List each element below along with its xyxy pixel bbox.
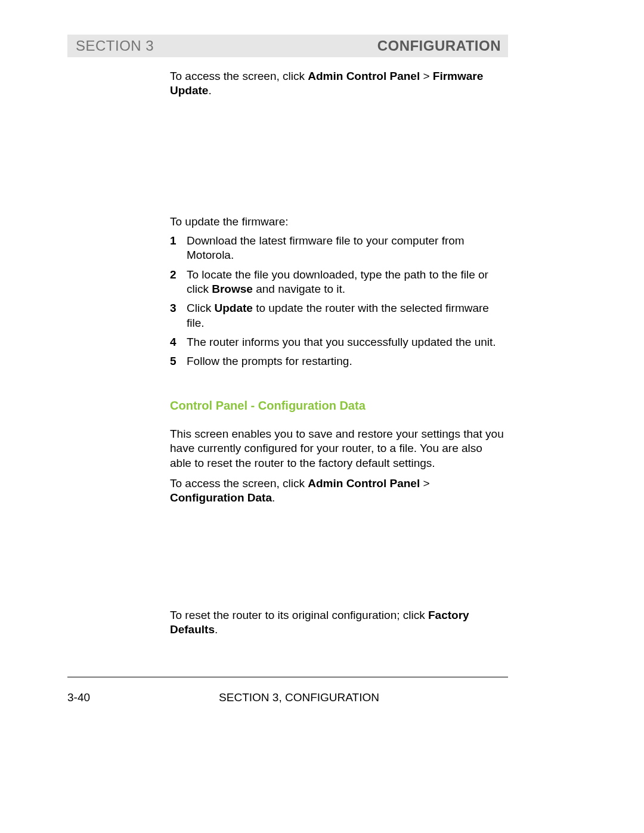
bold-configuration-data: Configuration Data bbox=[170, 491, 272, 504]
factory-defaults: To reset the router to its original conf… bbox=[170, 608, 507, 637]
text: Click bbox=[187, 302, 214, 314]
step-text: Follow the prompts for restarting. bbox=[187, 354, 507, 368]
text: > bbox=[420, 70, 433, 82]
section-header-bar: SECTION 3 CONFIGURATION bbox=[67, 35, 508, 57]
bold-admin-control-panel: Admin Control Panel bbox=[308, 477, 420, 490]
step-text: Download the latest firmware file to you… bbox=[187, 234, 507, 263]
access-intro: To access the screen, click Admin Contro… bbox=[170, 69, 507, 98]
text: To reset the router to its original conf… bbox=[170, 609, 428, 621]
footer-divider bbox=[67, 677, 508, 677]
steps-list: 1 Download the latest firmware file to y… bbox=[170, 234, 507, 369]
step-5: 5 Follow the prompts for restarting. bbox=[170, 354, 507, 368]
section-number: SECTION 3 bbox=[76, 38, 154, 54]
text: . bbox=[208, 84, 211, 97]
page-footer: 3-40 SECTION 3, CONFIGURATION bbox=[67, 691, 508, 704]
text: . bbox=[215, 623, 218, 636]
step-text: Click Update to update the router with t… bbox=[187, 301, 507, 330]
step-3: 3 Click Update to update the router with… bbox=[170, 301, 507, 330]
step-number: 5 bbox=[170, 354, 187, 368]
step-number: 1 bbox=[170, 234, 187, 263]
section-title: CONFIGURATION bbox=[377, 38, 501, 54]
page: SECTION 3 CONFIGURATION To access the sc… bbox=[0, 0, 644, 833]
step-number: 3 bbox=[170, 301, 187, 330]
config-data-access: To access the screen, click Admin Contro… bbox=[170, 476, 507, 506]
section-heading-config-data: Control Panel - Configuration Data bbox=[170, 398, 507, 414]
bold-admin-control-panel: Admin Control Panel bbox=[308, 70, 420, 82]
step-1: 1 Download the latest firmware file to y… bbox=[170, 234, 507, 263]
footer-section-label: SECTION 3, CONFIGURATION bbox=[90, 691, 508, 704]
body-content: To access the screen, click Admin Contro… bbox=[170, 69, 507, 637]
update-intro: To update the firmware: bbox=[170, 215, 507, 229]
step-text: To locate the file you downloaded, type … bbox=[187, 268, 507, 297]
config-data-desc: This screen enables you to save and rest… bbox=[170, 427, 507, 470]
bold-update: Update bbox=[214, 302, 252, 314]
step-2: 2 To locate the file you downloaded, typ… bbox=[170, 268, 507, 297]
text: > bbox=[420, 477, 429, 490]
text: and navigate to it. bbox=[253, 283, 345, 295]
step-4: 4 The router informs you that you succes… bbox=[170, 335, 507, 349]
text: To access the screen, click bbox=[170, 70, 308, 82]
step-number: 2 bbox=[170, 268, 187, 297]
text: To access the screen, click bbox=[170, 477, 308, 490]
step-number: 4 bbox=[170, 335, 187, 349]
text: . bbox=[272, 491, 275, 504]
step-text: The router informs you that you successf… bbox=[187, 335, 507, 349]
bold-browse: Browse bbox=[212, 283, 253, 295]
page-number: 3-40 bbox=[67, 691, 90, 704]
